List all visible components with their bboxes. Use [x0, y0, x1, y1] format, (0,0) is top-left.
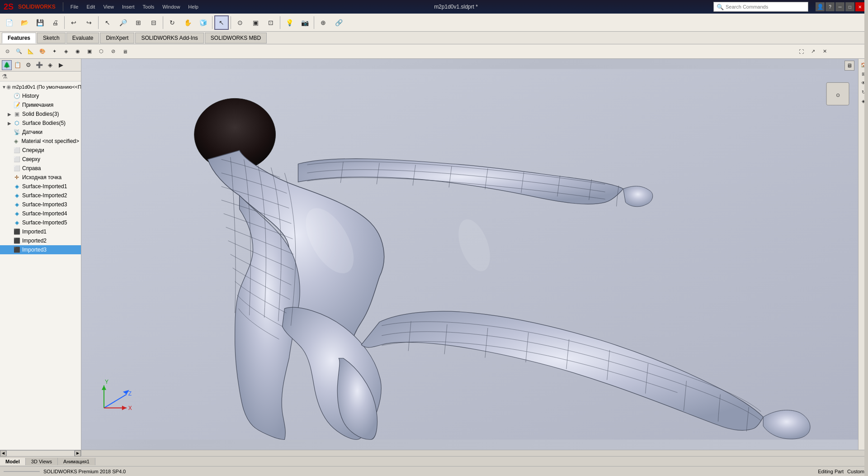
tree-item-surf-imp1[interactable]: ◈ Surface-Imported1	[0, 182, 81, 191]
fullscreen-btn[interactable]: ⛶	[796, 46, 807, 57]
scroll-left-btn[interactable]: ◀	[0, 450, 6, 457]
svg-text:⊙: ⊙	[836, 92, 840, 98]
tree-item-top[interactable]: ⬜ Сверху	[0, 155, 81, 164]
close-btn[interactable]: ✕	[855, 2, 864, 11]
tree-label-sensors: Датчики	[22, 129, 42, 135]
search-input[interactable]	[726, 4, 798, 10]
menu-help[interactable]: Help	[188, 4, 198, 10]
svg-text:2S: 2S	[4, 2, 14, 11]
zoom-fit-btn[interactable]: ⊞	[131, 15, 146, 30]
tree-item-solid-bodies[interactable]: ▶ ▣ Solid Bodies(3)	[0, 109, 81, 119]
persp-btn[interactable]: ⬡	[96, 46, 107, 57]
tree-h-scroll[interactable]: ◀ ▶	[0, 450, 81, 456]
user-icon-btn[interactable]: 👤	[816, 2, 825, 11]
section2-btn[interactable]: ⊘	[108, 46, 118, 57]
tree-item-imp1[interactable]: ⬛ Imported1	[0, 227, 81, 236]
minimize-btn[interactable]: ─	[835, 2, 844, 11]
reference-btn[interactable]: ⊕	[316, 15, 330, 30]
monitor-btn[interactable]: 🖥	[119, 46, 130, 57]
tab-evaluate[interactable]: Evaluate	[66, 33, 99, 43]
zoom-sheet-btn[interactable]: ⊟	[146, 15, 161, 30]
tree-item-history[interactable]: 🕐 History	[0, 91, 81, 100]
rotate-btn[interactable]: ↻	[165, 15, 179, 30]
scroll-right-btn[interactable]: ▶	[75, 450, 81, 457]
render-btn[interactable]: ✦	[49, 46, 60, 57]
tree-item-origin[interactable]: ✛ Исходная точка	[0, 173, 81, 182]
nav-cube[interactable]: ⊙	[826, 82, 849, 105]
view-orient-btn[interactable]: ⊙	[233, 15, 247, 30]
tree-item-sensors[interactable]: 📡 Датчики	[0, 128, 81, 137]
tree-featureman-btn[interactable]: 🌲	[2, 60, 12, 70]
close2-btn[interactable]: ✕	[819, 46, 830, 57]
filter-icon: ⚗	[2, 73, 8, 80]
tree-root[interactable]: ▼ ◉ m2p1d0v1 (По умолчанию<<По умолч...	[0, 82, 81, 91]
title-bar: 2S SOLIDWORKS File Edit View Insert Tool…	[0, 0, 868, 14]
expand-icon-3: ▶	[6, 121, 13, 126]
measure-btn[interactable]: 📐	[25, 46, 36, 57]
lights-btn[interactable]: 💡	[282, 15, 297, 30]
tree-prop-btn[interactable]: 📋	[13, 60, 23, 70]
redo-btn[interactable]: ↪	[82, 15, 96, 30]
print-btn[interactable]: 🖨	[48, 15, 62, 30]
tab-mbd[interactable]: SOLIDWORKS MBD	[205, 33, 267, 43]
zoom-box-btn[interactable]: 🔍	[14, 46, 24, 57]
tree-item-surf-imp4[interactable]: ◈ Surface-Imported4	[0, 209, 81, 218]
help-btn[interactable]: ?	[826, 2, 835, 11]
shadow-btn[interactable]: ▣	[84, 46, 95, 57]
undo-btn[interactable]: ↩	[66, 15, 81, 30]
surf-imp2-icon: ◈	[13, 191, 21, 200]
tree-item-imp2[interactable]: ⬛ Imported2	[0, 236, 81, 245]
tree-appear-btn[interactable]: ◈	[45, 60, 55, 70]
display-style-btn[interactable]: ▣	[248, 15, 263, 30]
tree-item-imp3[interactable]: ⬛ Imported3	[0, 245, 81, 254]
search-box[interactable]: 🔍	[713, 2, 808, 12]
tree-label-surf4: Surface-Imported4	[22, 210, 67, 217]
realview-btn[interactable]: ◈	[61, 46, 71, 57]
restore-btn[interactable]: □	[845, 2, 854, 11]
tab-dimxpert[interactable]: DimXpert	[100, 33, 134, 43]
3dview-btn[interactable]: 🧊	[196, 15, 210, 30]
appear-btn[interactable]: 🎨	[37, 46, 48, 57]
float-btn[interactable]: ↗	[807, 46, 818, 57]
menu-tools[interactable]: Tools	[143, 4, 155, 10]
part-icon: ◉	[6, 83, 11, 91]
scroll-track-h[interactable]	[6, 450, 75, 457]
tab-sketch[interactable]: Sketch	[37, 33, 66, 43]
menu-insert[interactable]: Insert	[122, 4, 135, 10]
tree-item-right[interactable]: ⬜ Справа	[0, 164, 81, 173]
cursor-btn[interactable]: ↖	[214, 15, 229, 30]
tree-item-surf-imp5[interactable]: ◈ Surface-Imported5	[0, 218, 81, 227]
menu-window[interactable]: Window	[162, 4, 180, 10]
save-btn[interactable]: 💾	[33, 15, 47, 30]
tree-item-surf-imp3[interactable]: ◈ Surface-Imported3	[0, 200, 81, 209]
tree-config-btn[interactable]: ⚙	[24, 60, 33, 70]
footer-tab-model[interactable]: Model	[0, 458, 26, 465]
ambient-btn[interactable]: ◉	[72, 46, 83, 57]
tree-dm-btn[interactable]: ➕	[34, 60, 44, 70]
snap-btn[interactable]: 🔗	[331, 15, 346, 30]
new-btn[interactable]: 📄	[2, 15, 16, 30]
vp-monitor-btn[interactable]: 🖥	[844, 61, 854, 71]
tree-item-notes[interactable]: 📝 Примечания	[0, 100, 81, 109]
menu-view[interactable]: View	[103, 4, 114, 10]
menu-edit[interactable]: Edit	[86, 4, 95, 10]
zoom-area-btn[interactable]: 🔎	[116, 15, 130, 30]
menu-file[interactable]: File	[71, 4, 79, 10]
tree-arrow-btn[interactable]: ▶	[56, 60, 66, 70]
tree-item-front[interactable]: ⬜ Спереди	[0, 146, 81, 155]
tree-item-surf-imp2[interactable]: ◈ Surface-Imported2	[0, 191, 81, 200]
view-orient2-btn[interactable]: ⊙	[2, 46, 13, 57]
tree-item-material[interactable]: ◈ Material <not specified>	[0, 137, 81, 146]
select-btn[interactable]: ↖	[100, 15, 115, 30]
footer-tab-animation[interactable]: Анимация1	[58, 458, 95, 465]
section-view-btn[interactable]: ⊡	[264, 15, 278, 30]
tab-addins[interactable]: SOLIDWORKS Add-Ins	[135, 33, 203, 43]
viewport[interactable]: Z Y X ⊙ ⊙ 🔍 ◈ ✦ 💡 ◉ ▣ ⬡ 🖥	[81, 59, 858, 450]
pan-btn[interactable]: ✋	[180, 15, 195, 30]
tree-item-surface-bodies[interactable]: ▶ ⬡ Surface Bodies(5)	[0, 119, 81, 128]
tab-features[interactable]: Features	[2, 33, 36, 43]
open-btn[interactable]: 📂	[17, 15, 32, 30]
history-icon: 🕐	[13, 92, 21, 100]
footer-tab-3dviews[interactable]: 3D Views	[26, 458, 58, 465]
camera-btn[interactable]: 📷	[297, 15, 312, 30]
